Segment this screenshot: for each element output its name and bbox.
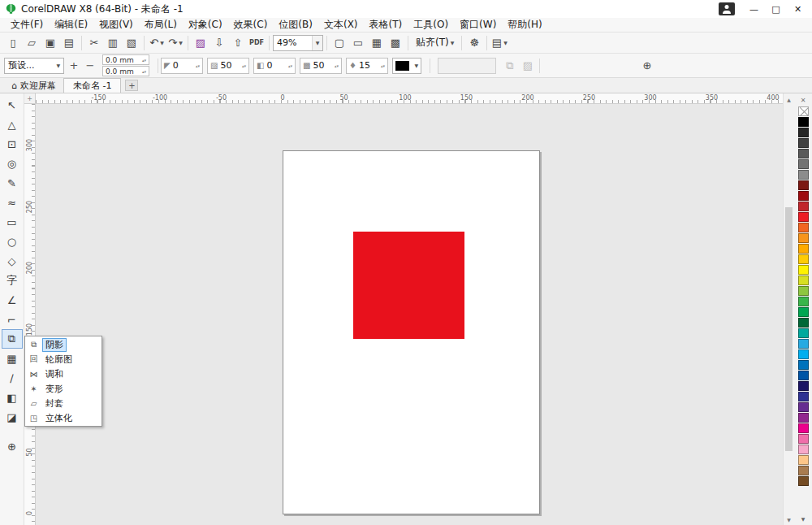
open-button[interactable]: ▱ <box>23 34 41 52</box>
connector-tool[interactable]: ⌐ <box>2 310 23 329</box>
color-swatch[interactable] <box>798 360 809 370</box>
menu-item[interactable]: 表格(T) <box>364 18 408 32</box>
color-swatch[interactable] <box>798 423 809 433</box>
stepper-icon[interactable]: ▴▾ <box>142 58 146 63</box>
menu-item[interactable]: 窗口(W) <box>454 18 502 32</box>
color-swatch[interactable] <box>798 455 809 465</box>
freehand-tool[interactable]: ✎ <box>2 173 23 193</box>
red-rectangle[interactable] <box>353 232 464 339</box>
color-swatch[interactable] <box>798 138 809 148</box>
scrollbar-thumb[interactable] <box>785 207 793 451</box>
scroll-up-icon[interactable]: ▲ <box>784 93 794 105</box>
menu-item[interactable]: 效果(C) <box>228 18 274 32</box>
shadow-offset-x-field[interactable]: 0.0 mm ▴▾ <box>102 54 149 65</box>
color-swatch[interactable] <box>798 286 809 296</box>
flyout-item[interactable]: ◳立体化 <box>26 410 101 425</box>
color-swatch[interactable] <box>798 244 809 254</box>
options-button[interactable]: ☸ <box>465 34 483 52</box>
cut-button[interactable]: ✂ <box>85 34 103 52</box>
menu-item[interactable]: 文本(X) <box>318 18 364 32</box>
color-swatch[interactable] <box>798 297 809 306</box>
print-button[interactable]: ▤ <box>60 34 78 52</box>
menu-item[interactable]: 布局(L) <box>139 18 183 32</box>
color-swatch[interactable] <box>798 328 809 338</box>
palette-scroll-down-icon[interactable]: ▼ <box>801 516 806 525</box>
color-eyedropper-tool[interactable]: ∕ <box>2 368 23 388</box>
color-swatch[interactable] <box>798 265 809 275</box>
color-swatch[interactable] <box>798 149 809 158</box>
snap-to-dropdown[interactable]: 贴齐(T)▼ <box>412 34 458 52</box>
show-rulers-button[interactable]: ▭ <box>349 34 367 52</box>
smart-fill-tool[interactable]: ◪ <box>2 407 23 427</box>
rectangle-tool[interactable]: ▭ <box>2 212 23 232</box>
ruler-origin[interactable]: + <box>24 93 36 104</box>
copy-button[interactable]: ▥ <box>104 34 122 52</box>
drop-shadow-tool[interactable]: ⧉ <box>2 329 23 349</box>
shadow-fade-field[interactable]: ◧0▴▾ <box>253 58 296 74</box>
text-tool[interactable]: 字 <box>2 271 23 290</box>
scroll-down-icon[interactable]: ▼ <box>784 514 794 525</box>
interactive-fill-tool[interactable]: ◧ <box>2 388 23 407</box>
preset-select[interactable]: 预设... ▼ <box>4 58 64 74</box>
transparency-tool[interactable]: ▦ <box>2 349 23 368</box>
close-button[interactable]: ✕ <box>787 2 809 16</box>
stepper-icon[interactable]: ▴▾ <box>142 69 146 74</box>
color-swatch[interactable] <box>798 233 809 243</box>
color-swatch[interactable] <box>798 466 809 475</box>
zoom-tool[interactable]: ◎ <box>2 154 23 173</box>
export-button[interactable]: ⇧ <box>229 34 247 52</box>
flyout-item[interactable]: ⋈调和 <box>26 367 101 381</box>
menu-item[interactable]: 帮助(H) <box>502 18 547 32</box>
no-color-swatch[interactable] <box>798 106 809 116</box>
shadow-offset-y-field[interactable]: 0.0 mm ▴▾ <box>102 66 149 76</box>
color-swatch[interactable] <box>798 413 809 423</box>
color-swatch[interactable] <box>798 307 809 317</box>
drawing-canvas[interactable] <box>36 104 783 525</box>
toolbox-more-button[interactable]: ⊕ <box>2 436 23 456</box>
redo-button[interactable]: ↷▼ <box>166 34 184 52</box>
shadow-feather-field[interactable]: ♦15▴▾ <box>346 58 388 74</box>
color-swatch[interactable] <box>798 128 809 137</box>
palette-close-icon[interactable]: ✕ <box>798 95 809 105</box>
fullscreen-preview-button[interactable]: ▢ <box>330 34 348 52</box>
polygon-tool[interactable]: ◇ <box>2 251 23 271</box>
color-swatch[interactable] <box>798 202 809 211</box>
shadow-extend-field[interactable]: ▨50▴▾ <box>207 58 249 74</box>
color-swatch[interactable] <box>798 392 809 401</box>
menu-item[interactable]: 工具(O) <box>408 18 454 32</box>
parallel-dimension-tool[interactable]: ∠ <box>2 290 23 310</box>
flyout-item[interactable]: ⧉阴影 <box>26 337 101 352</box>
zoom-level-select[interactable]: 49%▼ <box>273 35 323 51</box>
minimize-button[interactable]: — <box>743 2 765 16</box>
stepper-icon[interactable]: ▴▾ <box>196 63 200 68</box>
color-swatch[interactable] <box>798 170 809 180</box>
menu-item[interactable]: 文件(F) <box>5 18 49 32</box>
shape-tool[interactable]: △ <box>2 115 23 134</box>
color-swatch[interactable] <box>798 191 809 201</box>
pick-tool[interactable]: ↖ <box>2 95 23 115</box>
menu-item[interactable]: 位图(B) <box>273 18 318 32</box>
menu-item[interactable]: 视图(V) <box>93 18 139 32</box>
import-button[interactable]: ⇩ <box>210 34 228 52</box>
publish-pdf-button[interactable]: PDF <box>248 34 266 52</box>
artistic-media-tool[interactable]: ≈ <box>2 193 23 212</box>
color-swatch[interactable] <box>798 159 809 169</box>
save-button[interactable]: ▣ <box>41 34 59 52</box>
vertical-ruler[interactable]: 300250200150100500 <box>24 104 36 525</box>
new-document-button[interactable]: ▯ <box>4 34 22 52</box>
add-preset-button[interactable]: + <box>67 59 80 72</box>
color-swatch[interactable] <box>798 402 809 412</box>
paste-button[interactable]: ▧ <box>123 34 140 52</box>
color-swatch[interactable] <box>798 371 809 380</box>
color-swatch[interactable] <box>798 276 809 285</box>
stepper-icon[interactable]: ▴▾ <box>242 63 246 68</box>
search-content-button[interactable]: ▨ <box>192 34 209 52</box>
undo-button[interactable]: ↶▼ <box>148 34 166 52</box>
shadow-angle-field[interactable]: ◤0▴▾ <box>161 58 203 74</box>
shadow-opacity-field[interactable]: ▩50▴▾ <box>300 58 342 74</box>
stepper-icon[interactable]: ▴▾ <box>381 63 385 68</box>
show-guidelines-button[interactable]: ▩ <box>387 34 404 52</box>
horizontal-ruler[interactable]: -150-100-50050100150200250300350400 <box>36 93 783 104</box>
ellipse-tool[interactable]: ○ <box>2 232 23 251</box>
color-swatch[interactable] <box>798 254 809 264</box>
